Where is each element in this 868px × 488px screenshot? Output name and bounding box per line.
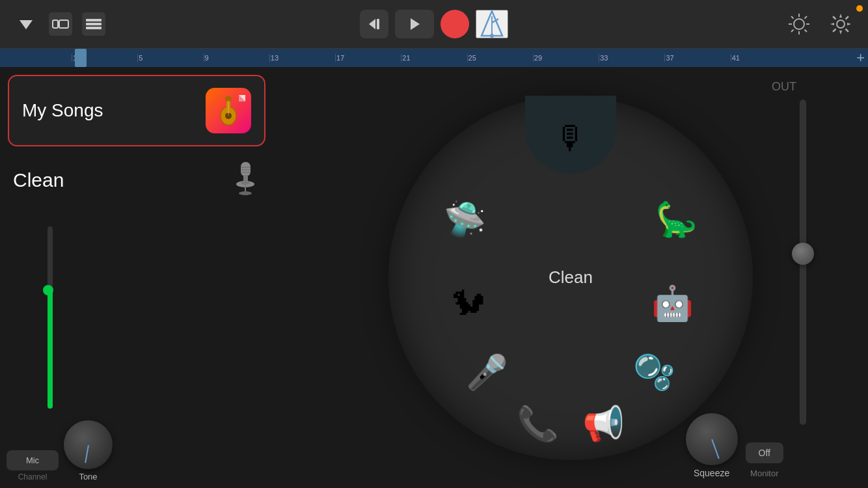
mic-icon xyxy=(231,161,260,199)
svg-line-20 xyxy=(805,16,807,19)
off-button[interactable]: Off xyxy=(746,442,783,463)
clean-row[interactable]: Clean xyxy=(8,153,265,207)
dropdown-button[interactable] xyxy=(13,11,39,37)
tone-knob-container: Tone xyxy=(64,420,113,481)
ruler-mark-25: 25 xyxy=(467,54,533,62)
squeeze-label: Squeeze xyxy=(694,468,729,478)
svg-line-18 xyxy=(791,16,794,19)
multi-track-view-icon[interactable] xyxy=(82,12,105,36)
ruler-mark-29: 29 xyxy=(533,54,599,62)
out-slider-thumb[interactable] xyxy=(792,243,814,265)
ruler-mark-21: 21 xyxy=(401,54,467,62)
skip-back-button[interactable] xyxy=(360,10,388,38)
left-panel: My Songs xyxy=(0,67,273,488)
svg-rect-34 xyxy=(243,175,248,182)
ruler-mark-13: 13 xyxy=(269,54,335,62)
monitor-label: Monitor xyxy=(750,468,778,478)
svg-rect-5 xyxy=(86,27,102,29)
handheld-mic-voice-item[interactable]: 🎤 xyxy=(466,355,508,389)
volume-fader[interactable] xyxy=(46,226,59,409)
bubbles-voice-item[interactable]: 🫧 xyxy=(633,355,675,389)
svg-rect-3 xyxy=(86,19,102,21)
ruler-mark-41: 41 xyxy=(731,54,796,62)
svg-rect-2 xyxy=(59,20,68,28)
svg-point-12 xyxy=(490,34,494,38)
ruler-mark-17: 17 xyxy=(335,54,401,62)
svg-rect-37 xyxy=(245,184,246,192)
garageband-icon xyxy=(206,88,251,133)
svg-point-38 xyxy=(239,191,252,195)
robot-emoji: 🤖 xyxy=(651,286,694,320)
out-label: OUT xyxy=(772,80,796,94)
my-songs-title: My Songs xyxy=(22,100,103,121)
megaphone-emoji: 📢 xyxy=(582,407,625,441)
out-slider-track[interactable] xyxy=(800,100,806,425)
svg-marker-0 xyxy=(20,20,33,29)
right-panel: OUT 🎙 🛸 🦕 🐿 🤖 xyxy=(273,67,868,488)
bottom-right-controls: Squeeze Off Monitor xyxy=(686,413,783,478)
voice-wheel: 🎙 🛸 🦕 🐿 🤖 🎤 🫧 xyxy=(388,96,753,460)
svg-point-22 xyxy=(837,20,845,28)
tone-label: Tone xyxy=(79,472,97,481)
record-button[interactable] xyxy=(441,10,469,38)
brightness-icon[interactable] xyxy=(785,10,813,38)
squeeze-knob-wrap: Squeeze xyxy=(686,413,738,478)
playhead-marker[interactable] xyxy=(75,49,87,67)
vintage-mic-icon[interactable]: 🎙 xyxy=(554,119,587,157)
ruler-mark-33: 33 xyxy=(599,54,664,62)
my-songs-card[interactable]: My Songs xyxy=(8,75,265,146)
robot-voice-item[interactable]: 🤖 xyxy=(651,286,694,320)
squeeze-knob[interactable] xyxy=(686,413,738,465)
svg-rect-4 xyxy=(86,23,102,25)
squirrel-emoji: 🐿 xyxy=(452,286,485,320)
channel-label: Channel xyxy=(7,472,59,481)
settings-icon[interactable] xyxy=(826,10,855,38)
ruler-marks: 1 5 9 13 17 21 25 29 33 37 41 xyxy=(72,54,796,62)
svg-line-21 xyxy=(791,30,794,33)
svg-rect-30 xyxy=(241,162,251,176)
ruler-mark-5: 5 xyxy=(137,54,203,62)
toolbar xyxy=(0,0,868,49)
add-track-button[interactable]: + xyxy=(856,49,865,66)
mic-bottom-control: Mic Channel xyxy=(7,450,59,481)
monitor-control: Off Monitor xyxy=(746,442,783,478)
phone-emoji: 📞 xyxy=(517,407,559,441)
mic-button[interactable]: Mic xyxy=(7,450,59,470)
phone-voice-item[interactable]: 📞 xyxy=(517,407,559,441)
status-dot xyxy=(856,5,863,12)
metronome-button[interactable] xyxy=(476,10,508,38)
megaphone-voice-item[interactable]: 📢 xyxy=(582,407,625,441)
play-button[interactable] xyxy=(395,10,434,38)
svg-marker-6 xyxy=(369,19,375,29)
svg-rect-7 xyxy=(377,19,379,29)
monster-emoji: 🦕 xyxy=(655,202,698,236)
toolbar-right xyxy=(785,10,855,38)
ufo-emoji: 🛸 xyxy=(444,202,486,236)
ruler-mark-9: 9 xyxy=(204,54,269,62)
squirrel-voice-item[interactable]: 🐿 xyxy=(452,286,485,320)
svg-point-13 xyxy=(794,19,804,29)
single-track-view-icon[interactable] xyxy=(49,12,72,36)
svg-rect-1 xyxy=(53,20,58,28)
clean-label: Clean xyxy=(13,169,221,191)
monster-voice-item[interactable]: 🦕 xyxy=(655,202,698,236)
ufo-voice-item[interactable]: 🛸 xyxy=(444,202,486,236)
tone-knob[interactable] xyxy=(64,420,113,469)
timeline-ruler: 1 5 9 13 17 21 25 29 33 37 41 + xyxy=(0,49,868,67)
transport-controls xyxy=(360,10,508,38)
ruler-mark-37: 37 xyxy=(664,54,730,62)
wheel-center-label: Clean xyxy=(549,267,593,288)
svg-line-19 xyxy=(805,30,807,33)
svg-marker-8 xyxy=(411,18,420,30)
bubbles-emoji: 🫧 xyxy=(633,355,675,389)
wheel-top-notch: 🎙 xyxy=(525,96,616,174)
toolbar-left xyxy=(13,11,105,37)
handheld-mic-emoji: 🎤 xyxy=(466,355,508,389)
main-content: My Songs xyxy=(0,67,868,488)
